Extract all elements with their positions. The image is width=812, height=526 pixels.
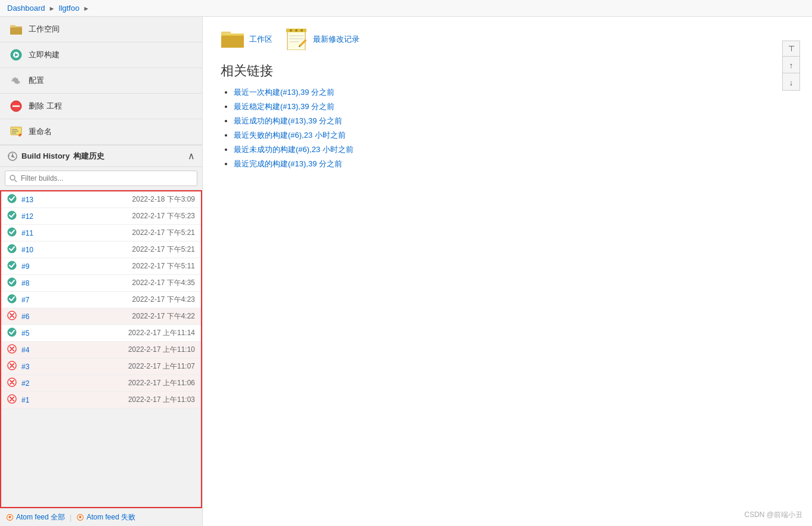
svg-rect-32 — [287, 30, 305, 50]
changelog-item[interactable]: 最新修改记录 — [284, 29, 359, 50]
svg-rect-3 — [10, 27, 22, 35]
build-row[interactable]: #72022-2-17 下午4:23 — [1, 292, 201, 308]
changelog-link[interactable]: 最新修改记录 — [313, 34, 359, 45]
list-item: 最近成功的构建(#13),39 分之前 — [234, 116, 794, 126]
build-row[interactable]: #22022-2-17 上午11:06 — [1, 375, 201, 392]
watermark: CSDN @前端小丑 — [744, 510, 802, 520]
config-label: 配置 — [29, 75, 44, 86]
filter-input[interactable] — [5, 171, 197, 186]
build-status-icon — [7, 327, 17, 339]
build-row[interactable]: #132022-2-18 下午3:09 — [1, 191, 201, 208]
build-number-link[interactable]: #10 — [21, 246, 39, 254]
build-number-link[interactable]: #9 — [21, 262, 39, 271]
build-icon — [10, 48, 23, 61]
collapse-button[interactable]: ∧ — [188, 150, 195, 162]
build-status-icon — [7, 194, 17, 205]
related-link[interactable]: 最近完成的构建(#13),39 分之前 — [234, 159, 342, 168]
related-links-section: 相关链接 最近一次构建(#13),39 分之前最近稳定构建(#13),39 分之… — [221, 62, 794, 169]
build-status-icon — [7, 261, 17, 272]
build-number-link[interactable]: #1 — [21, 396, 39, 404]
build-history-en-label: Build History — [21, 151, 70, 160]
workspace-folder-icon — [221, 29, 244, 50]
sidebar-item-workspace[interactable]: 工作空间 — [0, 17, 202, 42]
related-link[interactable]: 最近一次构建(#13),39 分之前 — [234, 88, 334, 97]
build-row[interactable]: #42022-2-17 上午11:10 — [1, 342, 201, 358]
build-time: 2022-2-18 下午3:09 — [132, 194, 195, 205]
sidebar-item-config[interactable]: 配置 — [0, 68, 202, 94]
nav-up-button[interactable]: ↑ — [783, 58, 799, 73]
build-row[interactable]: #122022-2-17 下午5:23 — [1, 208, 201, 225]
related-link[interactable]: 最近稳定构建(#13),39 分之前 — [234, 102, 334, 111]
build-row[interactable]: #102022-2-17 下午5:21 — [1, 242, 201, 258]
build-history-zh-label: 构建历史 — [73, 151, 104, 162]
build-time: 2022-2-17 下午4:22 — [132, 311, 195, 321]
workspace-link[interactable]: 工作区 — [249, 34, 272, 45]
build-time: 2022-2-17 下午5:23 — [132, 211, 195, 221]
build-status-icon — [7, 394, 17, 406]
build-time: 2022-2-17 下午4:35 — [132, 278, 195, 288]
build-status-icon — [7, 311, 17, 322]
build-number-link[interactable]: #13 — [21, 196, 39, 204]
related-link[interactable]: 最近未成功的构建(#6),23 小时之前 — [234, 145, 354, 154]
related-link[interactable]: 最近成功的构建(#13),39 分之前 — [234, 116, 342, 125]
build-time: 2022-2-17 下午5:21 — [132, 228, 195, 238]
build-now-label: 立即构建 — [29, 49, 60, 60]
related-link[interactable]: 最近失败的构建(#6),23 小时之前 — [234, 131, 346, 140]
sidebar-item-build-now[interactable]: 立即构建 — [0, 42, 202, 68]
atom-fail-icon: ⦿ — [76, 513, 84, 522]
build-status-icon — [7, 211, 17, 222]
atom-feed-fail-link[interactable]: Atom feed 失败 — [86, 512, 135, 522]
folder-icon — [10, 23, 23, 36]
build-number-link[interactable]: #4 — [21, 346, 39, 354]
build-time: 2022-2-17 上午11:10 — [128, 345, 195, 355]
history-icon — [7, 151, 18, 162]
dashboard-link[interactable]: Dashboard — [7, 4, 45, 13]
list-item: 最近稳定构建(#13),39 分之前 — [234, 101, 794, 112]
build-list: #132022-2-18 下午3:09#122022-2-17 下午5:23#1… — [0, 190, 202, 508]
breadcrumb-sep1: ► — [49, 5, 55, 12]
build-row[interactable]: #82022-2-17 下午4:35 — [1, 275, 201, 292]
build-number-link[interactable]: #6 — [21, 312, 39, 321]
build-number-link[interactable]: #8 — [21, 279, 39, 287]
build-number-link[interactable]: #12 — [21, 212, 39, 221]
atom-all-icon: ⦿ — [6, 513, 14, 522]
build-time: 2022-2-17 下午4:23 — [132, 295, 195, 305]
list-item: 最近一次构建(#13),39 分之前 — [234, 87, 794, 98]
rename-label: 重命名 — [29, 126, 52, 137]
svg-rect-31 — [221, 36, 244, 48]
build-time: 2022-2-17 下午5:11 — [132, 261, 195, 271]
sidebar-menu: 工作空间 立即构建 — [0, 17, 202, 145]
workspace-item[interactable]: 工作区 — [221, 29, 272, 50]
delete-label: 删除 工程 — [29, 101, 62, 112]
build-row[interactable]: #32022-2-17 上午11:07 — [1, 358, 201, 375]
build-number-link[interactable]: #3 — [21, 363, 39, 371]
nav-top-button[interactable]: ⊤ — [783, 41, 799, 57]
list-item: 最近完成的构建(#13),39 分之前 — [234, 159, 794, 169]
atom-feed-bar: ⦿ Atom feed 全部 | ⦿ Atom feed 失败 — [0, 508, 202, 526]
build-row[interactable]: #12022-2-17 上午11:03 — [1, 392, 201, 409]
build-number-link[interactable]: #5 — [21, 329, 39, 338]
filter-wrap — [0, 167, 202, 190]
rename-icon — [10, 125, 23, 138]
sidebar-item-rename[interactable]: 重命名 — [0, 119, 202, 145]
build-status-icon — [7, 361, 17, 372]
build-number-link[interactable]: #7 — [21, 296, 39, 304]
breadcrumb-sep2: ► — [83, 5, 89, 12]
build-status-icon — [7, 378, 17, 389]
sidebar-item-delete[interactable]: 删除 工程 — [0, 94, 202, 119]
build-number-link[interactable]: #2 — [21, 379, 39, 388]
build-status-icon — [7, 227, 17, 239]
atom-feed-all-link[interactable]: Atom feed 全部 — [16, 512, 65, 522]
build-number-link[interactable]: #11 — [21, 229, 39, 237]
build-row[interactable]: #52022-2-17 上午11:14 — [1, 325, 201, 342]
project-link[interactable]: llgtfoo — [59, 4, 80, 13]
build-time: 2022-2-17 上午11:14 — [128, 328, 195, 338]
list-item: 最近失败的构建(#6),23 小时之前 — [234, 130, 794, 141]
nav-down-button[interactable]: ↓ — [783, 75, 799, 90]
build-row[interactable]: #112022-2-17 下午5:21 — [1, 225, 201, 242]
build-row[interactable]: #62022-2-17 下午4:22 — [1, 308, 201, 325]
breadcrumb: Dashboard ► llgtfoo ► — [0, 0, 812, 17]
build-row[interactable]: #92022-2-17 下午5:11 — [1, 258, 201, 275]
main-content: 工作区 — [203, 17, 812, 526]
workspace-label: 工作空间 — [29, 24, 60, 35]
